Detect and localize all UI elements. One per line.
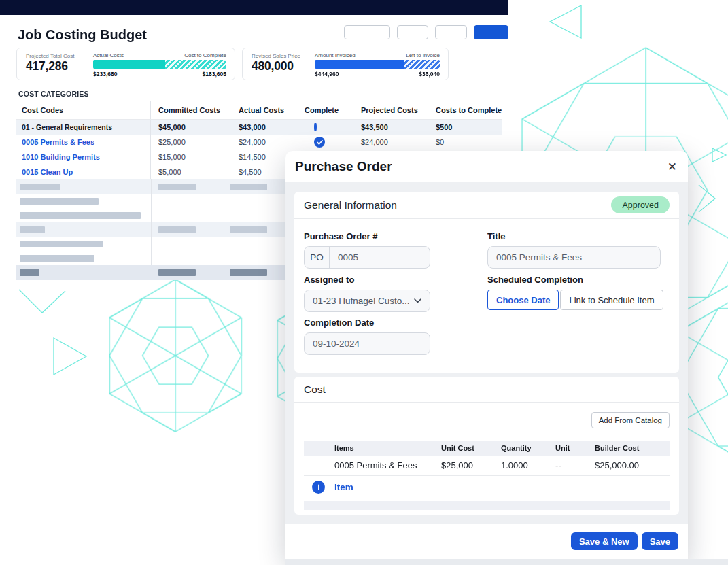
projected-costs-cell: $24,000 — [353, 138, 428, 146]
assigned-to-value: 01-23 Hufnagel Custo... — [313, 296, 410, 306]
column-header-complete: Complete — [297, 106, 353, 114]
column-header-unit-cost: Unit Cost — [441, 444, 501, 452]
scheduled-completion-field-group: Scheduled Completion Choose Date Link to… — [487, 275, 663, 310]
unit-cell: -- — [555, 460, 595, 470]
general-information-card: General Information Approved Purchase Or… — [294, 192, 679, 373]
cost-section-header: Cost — [294, 377, 679, 403]
costs-to-complete-cell: $0 — [428, 138, 502, 146]
actual-costs-bar-block: Actual Costs Cost to Complete $233,680 $… — [93, 52, 226, 78]
amount-invoiced-progress-bar — [315, 60, 440, 69]
header-toolbar — [344, 25, 508, 39]
items-table: Items Unit Cost Quantity Unit Builder Co… — [304, 441, 670, 498]
chevron-down-icon — [414, 298, 421, 303]
column-header-builder-cost: Builder Cost — [595, 444, 670, 452]
title-field-group: Title 0005 Permits & Fees — [487, 231, 661, 269]
cost-table-header-row: Cost Codes Committed Costs Actual Costs … — [16, 101, 502, 120]
po-number-value: 0005 — [330, 252, 358, 262]
link-to-schedule-item-button[interactable]: Link to Schedule Item — [560, 290, 663, 310]
po-prefix: PO — [305, 247, 330, 268]
plus-icon[interactable]: + — [312, 481, 325, 494]
purchase-order-modal: Purchase Order ✕ General Information App… — [285, 151, 688, 559]
save-button[interactable]: Save — [642, 532, 678, 550]
cost-to-complete-label: Cost to Complete — [184, 52, 226, 58]
builder-cost-cell: $25,000.00 — [595, 460, 670, 470]
toolbar-button-3[interactable] — [435, 25, 467, 39]
cost-code-link[interactable]: 1010 Building Permits — [22, 153, 100, 161]
projected-total-cost-card: Projected Total Cost 417,286 Actual Cost… — [16, 48, 235, 80]
modal-header: Purchase Order ✕ — [285, 151, 688, 182]
general-information-header: General Information Approved — [294, 192, 679, 219]
actual-costs-value: $233,680 — [93, 71, 117, 78]
actual-costs-cell: $24,000 — [231, 138, 297, 146]
page-title: Job Costing Budget — [18, 27, 147, 43]
item-row[interactable]: 0005 Permits & Fees $25,000 1.0000 -- $2… — [304, 456, 670, 476]
committed-costs-cell: $45,000 — [151, 123, 231, 131]
title-input[interactable]: 0005 Permits & Fees — [487, 246, 661, 269]
add-from-catalog-button[interactable]: Add From Catalog — [591, 412, 670, 428]
costs-to-complete-cell: $500 — [428, 123, 502, 131]
cost-to-complete-value: $183,605 — [203, 71, 226, 78]
revised-sales-price-card: Revised Sales Price 480,000 Amount Invoi… — [242, 48, 449, 80]
committed-costs-cell: $5,000 — [151, 168, 231, 176]
toolbar-button-2[interactable] — [397, 25, 428, 39]
actual-costs-bar-fill — [93, 60, 165, 69]
table-row[interactable]: 0005 Permits & Fees $25,000 $24,000 $24,… — [16, 135, 502, 150]
table-scroll-strip — [304, 501, 670, 510]
card-label: Revised Sales Price — [252, 53, 300, 59]
actual-costs-label: Actual Costs — [93, 52, 124, 58]
cost-to-complete-bar-stripes — [165, 60, 226, 69]
cost-categories-section-title: COST CATEGORIES — [18, 90, 89, 98]
add-item-row[interactable]: + Item — [304, 476, 670, 498]
unit-cost-cell: $25,000 — [441, 460, 501, 470]
projected-total-cost-value: 417,286 — [26, 59, 68, 73]
amount-invoiced-value: $444,960 — [315, 71, 339, 78]
amount-invoiced-label: Amount Invoiced — [315, 52, 356, 58]
save-and-new-button[interactable]: Save & New — [571, 532, 638, 550]
toolbar-primary-button[interactable] — [474, 25, 508, 39]
status-badge: Approved — [611, 196, 670, 213]
purchase-order-number-field-group: Purchase Order # PO 0005 — [304, 231, 430, 269]
modal-footer: Save & New Save — [285, 524, 688, 559]
assigned-to-field-group: Assigned to 01-23 Hufnagel Custo... — [304, 275, 430, 312]
projected-costs-cell: $43,500 — [353, 123, 428, 131]
left-to-invoice-label: Left to Invoice — [406, 52, 440, 58]
cost-card: Cost Add From Catalog Items Unit Cost Qu… — [294, 377, 679, 515]
close-icon[interactable]: ✕ — [668, 161, 677, 173]
column-header-actual-costs: Actual Costs — [231, 106, 297, 114]
completion-date-field-group: Completion Date 09-10-2024 — [304, 318, 430, 355]
cost-code-link[interactable]: 0005 Permits & Fees — [22, 138, 94, 146]
committed-costs-cell: $15,000 — [151, 153, 231, 161]
toolbar-button-1[interactable] — [344, 25, 390, 39]
title-label: Title — [487, 231, 661, 241]
assigned-to-label: Assigned to — [304, 275, 430, 285]
general-information-title: General Information — [304, 199, 397, 211]
committed-costs-cell: $25,000 — [151, 138, 231, 146]
add-item-label[interactable]: Item — [334, 482, 353, 492]
top-navigation-bar — [0, 0, 508, 15]
complete-open-circle-icon[interactable] — [314, 123, 317, 131]
purchase-order-number-input[interactable]: PO 0005 — [304, 246, 430, 269]
scheduled-completion-label: Scheduled Completion — [487, 275, 663, 285]
column-header-unit: Unit — [555, 444, 595, 452]
revised-sales-price-value: 480,000 — [252, 59, 294, 73]
left-to-invoice-value: $35,040 — [419, 71, 440, 78]
column-header-projected-costs: Projected Costs — [353, 106, 428, 114]
amount-invoiced-bar-fill — [315, 60, 404, 69]
choose-date-button[interactable]: Choose Date — [487, 290, 559, 310]
cost-section-title: Cost — [304, 383, 326, 396]
amount-invoiced-bar-block: Amount Invoiced Left to Invoice $444,960… — [315, 52, 440, 78]
actual-costs-progress-bar — [93, 60, 226, 69]
items-table-header-row: Items Unit Cost Quantity Unit Builder Co… — [304, 441, 670, 456]
column-header-cost-codes: Cost Codes — [16, 101, 151, 119]
cost-code-link[interactable]: 0015 Clean Up — [22, 168, 73, 176]
column-header-committed-costs: Committed Costs — [151, 106, 231, 114]
completion-date-label: Completion Date — [304, 318, 430, 328]
assigned-to-select[interactable]: 01-23 Hufnagel Custo... — [304, 290, 430, 312]
purchase-order-number-label: Purchase Order # — [304, 231, 430, 241]
column-header-costs-to-complete: Costs to Complete — [428, 106, 502, 114]
cost-code-label: 01 - General Requirements — [22, 123, 112, 131]
table-row[interactable]: 01 - General Requirements $45,000 $43,00… — [16, 120, 502, 135]
completion-date-input[interactable]: 09-10-2024 — [304, 332, 430, 355]
complete-checked-icon[interactable] — [314, 137, 325, 148]
card-label: Projected Total Cost — [26, 53, 74, 59]
